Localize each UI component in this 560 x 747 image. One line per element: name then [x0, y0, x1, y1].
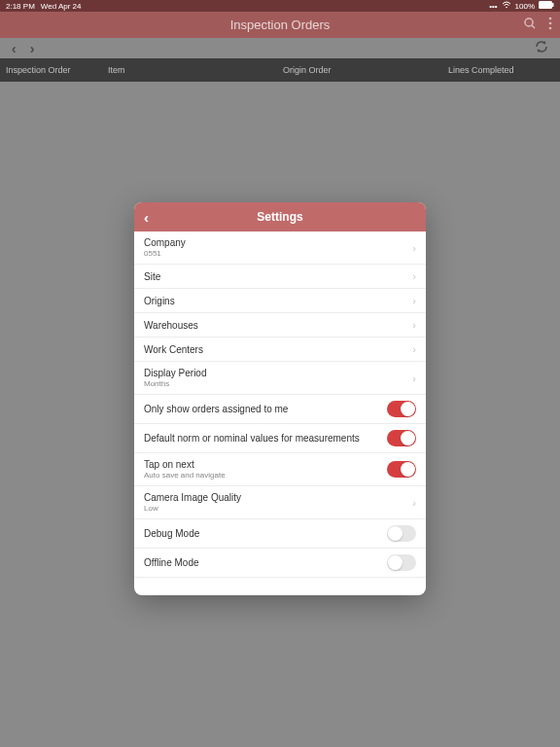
offline-toggle[interactable]: [387, 554, 416, 571]
default-norm-label: Default norm or nominal values for measu…: [144, 433, 360, 444]
display-period-value: Months: [144, 379, 206, 388]
row-default-norm: Default norm or nominal values for measu…: [134, 424, 426, 453]
company-label: Company: [144, 237, 186, 248]
offline-label: Offline Mode: [144, 557, 199, 568]
chevron-right-icon: ›: [412, 270, 416, 282]
chevron-right-icon: ›: [412, 319, 416, 331]
default-norm-toggle[interactable]: [387, 430, 416, 446]
debug-label: Debug Mode: [144, 528, 199, 539]
modal-title: Settings: [257, 210, 302, 224]
assigned-label: Only show orders assigned to me: [144, 404, 288, 414]
chevron-right-icon: ›: [412, 373, 416, 384]
company-value: 0551: [144, 249, 186, 258]
back-icon[interactable]: ‹: [144, 209, 149, 226]
modal-header: ‹ Settings: [134, 202, 426, 231]
assigned-toggle[interactable]: [387, 401, 416, 417]
row-warehouses[interactable]: Warehouses ›: [134, 313, 426, 338]
row-workcenters[interactable]: Work Centers ›: [134, 338, 426, 362]
tap-next-toggle[interactable]: [387, 461, 416, 478]
origins-label: Origins: [144, 296, 175, 306]
camera-label: Camera Image Quality: [144, 492, 241, 503]
row-origins[interactable]: Origins ›: [134, 289, 426, 313]
camera-value: Low: [144, 504, 241, 513]
tap-next-value: Auto save and navigate: [144, 471, 226, 480]
display-period-label: Display Period: [144, 368, 206, 378]
settings-modal: ‹ Settings Company 0551 › Site › Origins…: [134, 202, 426, 595]
row-tap-next: Tap on next Auto save and navigate: [134, 453, 426, 486]
chevron-right-icon: ›: [412, 343, 416, 355]
site-label: Site: [144, 271, 160, 282]
row-camera-quality[interactable]: Camera Image Quality Low ›: [134, 486, 426, 519]
row-company[interactable]: Company 0551 ›: [134, 231, 426, 265]
debug-toggle[interactable]: [387, 525, 416, 542]
warehouses-label: Warehouses: [144, 320, 198, 331]
chevron-right-icon: ›: [412, 497, 416, 509]
row-assigned-to-me: Only show orders assigned to me: [134, 395, 426, 424]
workcenters-label: Work Centers: [144, 344, 203, 355]
tap-next-label: Tap on next: [144, 459, 226, 470]
chevron-right-icon: ›: [412, 242, 416, 254]
chevron-right-icon: ›: [412, 295, 416, 306]
row-offline-mode: Offline Mode: [134, 549, 426, 578]
row-debug-mode: Debug Mode: [134, 519, 426, 549]
row-display-period[interactable]: Display Period Months ›: [134, 362, 426, 395]
row-site[interactable]: Site ›: [134, 265, 426, 289]
